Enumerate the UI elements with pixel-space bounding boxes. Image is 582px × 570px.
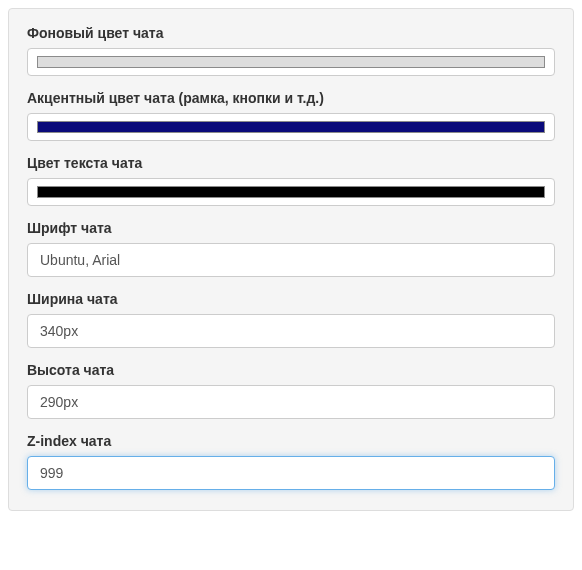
field-height: Высота чата <box>27 362 555 419</box>
input-zindex[interactable] <box>27 456 555 490</box>
field-width: Ширина чата <box>27 291 555 348</box>
field-text-color: Цвет текста чата <box>27 155 555 206</box>
label-text-color: Цвет текста чата <box>27 155 555 171</box>
label-height: Высота чата <box>27 362 555 378</box>
field-font: Шрифт чата <box>27 220 555 277</box>
color-swatch-bg <box>37 56 545 68</box>
color-swatch-text <box>37 186 545 198</box>
label-width: Ширина чата <box>27 291 555 307</box>
label-zindex: Z-index чата <box>27 433 555 449</box>
label-font: Шрифт чата <box>27 220 555 236</box>
chat-settings-panel: Фоновый цвет чата Акцентный цвет чата (р… <box>8 8 574 511</box>
color-swatch-accent <box>37 121 545 133</box>
input-font[interactable] <box>27 243 555 277</box>
label-accent-color: Акцентный цвет чата (рамка, кнопки и т.д… <box>27 90 555 106</box>
field-zindex: Z-index чата <box>27 433 555 490</box>
label-bg-color: Фоновый цвет чата <box>27 25 555 41</box>
input-width[interactable] <box>27 314 555 348</box>
field-accent-color: Акцентный цвет чата (рамка, кнопки и т.д… <box>27 90 555 141</box>
input-height[interactable] <box>27 385 555 419</box>
color-picker-text[interactable] <box>27 178 555 206</box>
color-picker-bg[interactable] <box>27 48 555 76</box>
color-picker-accent[interactable] <box>27 113 555 141</box>
field-bg-color: Фоновый цвет чата <box>27 25 555 76</box>
